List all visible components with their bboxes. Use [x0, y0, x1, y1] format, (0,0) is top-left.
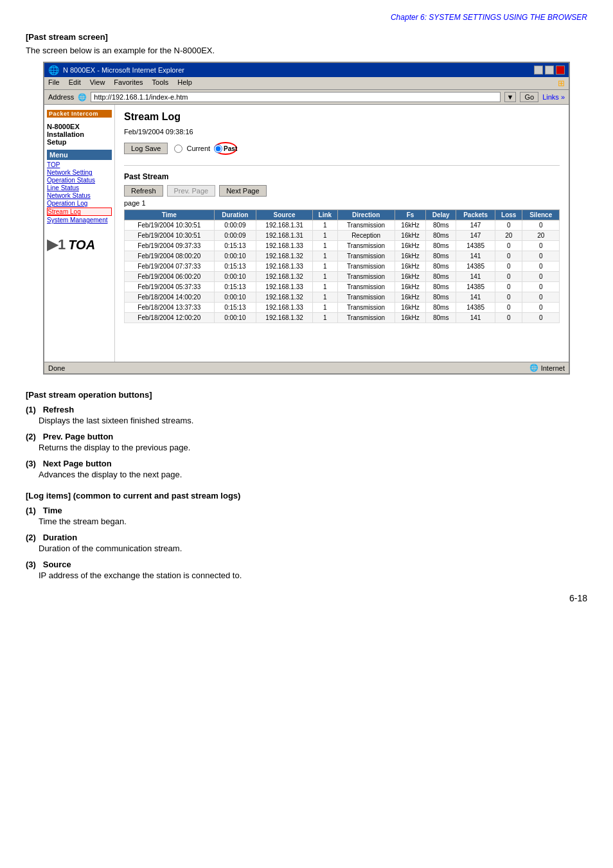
toa-icon: ▶1 — [47, 236, 66, 253]
browser-title: N 8000EX - Microsoft Internet Explorer — [63, 66, 184, 74]
log-time-title: (1) Time — [26, 506, 587, 515]
table-cell: 1 — [313, 231, 338, 241]
table-cell: 1 — [313, 282, 338, 292]
log-items-title: [Log items] (common to current and past … — [26, 491, 587, 500]
log-source-num: (3) — [26, 560, 36, 569]
op-item-prev: (2) Prev. Page button Returns the displa… — [26, 432, 587, 452]
close-btn[interactable] — [556, 66, 565, 75]
table-cell: Feb/18/2004 13:37:33 — [125, 303, 215, 313]
browser-addressbar: Address 🌐 http://192.168.1.1/index-e.htm… — [44, 90, 569, 105]
menu-favorites[interactable]: Favorites — [114, 78, 143, 88]
minimize-btn[interactable] — [534, 66, 543, 75]
operation-buttons-section: [Past stream operation buttons] (1) Refr… — [26, 390, 587, 479]
setup-label: Setup — [47, 138, 112, 146]
toa-text: TOA — [68, 238, 95, 252]
op-item-refresh: (1) Refresh Displays the last sixteen fi… — [26, 405, 587, 425]
table-cell: 14385 — [456, 282, 495, 292]
menu-help[interactable]: Help — [177, 78, 192, 88]
toa-logo: ▶1 TOA — [47, 236, 112, 253]
stream-buttons: Refresh Prev. Page Next Page — [124, 185, 560, 197]
table-cell: 147 — [456, 231, 495, 241]
links-label[interactable]: Links » — [542, 93, 565, 101]
sidebar-item-operation-log[interactable]: Operation Log — [47, 200, 112, 207]
op-next-title: (3) Next Page button — [26, 459, 587, 468]
sidebar-item-operation-status[interactable]: Operation Status — [47, 177, 112, 184]
table-cell: 0:00:10 — [214, 251, 256, 261]
windows-flag-icon: ⊞ — [558, 78, 565, 88]
table-cell: 0:00:10 — [214, 272, 256, 282]
next-page-button[interactable]: Next Page — [219, 185, 266, 197]
table-cell: 0 — [495, 241, 522, 251]
table-cell: 0:15:13 — [214, 303, 256, 313]
menu-section-label: Menu — [47, 150, 112, 160]
sidebar-logo: Packet Intercom — [47, 110, 112, 118]
table-cell: Feb/19/2004 10:30:51 — [125, 220, 215, 231]
table-header-row: Time Duration Source Link Direction Fs D… — [125, 210, 560, 220]
table-cell: Feb/19/2004 06:00:20 — [125, 272, 215, 282]
table-cell: Reception — [337, 231, 395, 241]
table-cell: 192.168.1.33 — [256, 241, 313, 251]
radio-current-label: Current — [186, 145, 210, 152]
table-cell: 0 — [495, 313, 522, 323]
table-cell: 0 — [522, 251, 560, 261]
table-cell: 16kHz — [395, 231, 426, 241]
table-row: Feb/19/2004 09:37:330:15:13192.168.1.331… — [125, 241, 560, 251]
table-row: Feb/18/2004 12:00:200:00:10192.168.1.321… — [125, 313, 560, 323]
radio-past[interactable] — [214, 145, 222, 153]
radio-current[interactable] — [174, 145, 182, 153]
table-cell: 0 — [522, 261, 560, 272]
browser-titlebar-left: 🌐 N 8000EX - Microsoft Internet Explorer — [48, 65, 184, 75]
log-save-button[interactable]: Log Save — [124, 143, 168, 154]
col-duration: Duration — [214, 210, 256, 220]
sidebar-item-system-management[interactable]: System Management — [47, 217, 112, 224]
op-prev-num: (2) — [26, 432, 36, 441]
log-source-title: (3) Source — [26, 560, 587, 569]
table-cell: 0:15:13 — [214, 241, 256, 251]
sidebar-item-network-setting[interactable]: Network Setting — [47, 169, 112, 176]
col-silence: Silence — [522, 210, 560, 220]
table-cell: 0 — [495, 251, 522, 261]
sidebar-item-network-status[interactable]: Network Status — [47, 192, 112, 199]
op-next-num: (3) — [26, 459, 36, 468]
stream-log-title: Stream Log — [124, 111, 560, 123]
main-content: Stream Log Feb/19/2004 09:38:16 Log Save… — [115, 105, 569, 362]
log-item-duration: (2) Duration Duration of the communicati… — [26, 533, 587, 553]
address-input[interactable]: http://192.168.1.1/index-e.htm — [91, 92, 500, 102]
table-cell: 0:00:10 — [214, 292, 256, 303]
address-dropdown-icon[interactable]: ▼ — [504, 92, 517, 102]
sidebar-item-stream-log[interactable]: Stream Log — [47, 208, 112, 216]
log-source-label: Source — [43, 560, 71, 569]
table-cell: Transmission — [337, 241, 395, 251]
table-cell: Transmission — [337, 292, 395, 303]
table-cell: 0 — [522, 220, 560, 231]
radio-past-label: Past — [224, 145, 237, 152]
table-cell: 0:00:09 — [214, 231, 256, 241]
table-cell: 16kHz — [395, 251, 426, 261]
menu-edit[interactable]: Edit — [69, 78, 81, 88]
prev-page-button[interactable]: Prev. Page — [167, 185, 216, 197]
table-cell: 0 — [495, 220, 522, 231]
table-cell: 14385 — [456, 241, 495, 251]
menu-view[interactable]: View — [90, 78, 105, 88]
table-cell: 80ms — [426, 220, 456, 231]
table-row: Feb/19/2004 06:00:200:00:10192.168.1.321… — [125, 272, 560, 282]
table-cell: 0 — [495, 292, 522, 303]
table-cell: 16kHz — [395, 261, 426, 272]
past-stream-section-title: [Past stream screen] — [26, 32, 587, 42]
table-cell: 80ms — [426, 261, 456, 272]
op-item-next: (3) Next Page button Advances the displa… — [26, 459, 587, 479]
table-cell: 192.168.1.32 — [256, 292, 313, 303]
table-cell: 0 — [522, 241, 560, 251]
sidebar-item-line-status[interactable]: Line Status — [47, 184, 112, 191]
table-cell: 80ms — [426, 292, 456, 303]
refresh-button[interactable]: Refresh — [124, 185, 163, 197]
menu-tools[interactable]: Tools — [152, 78, 169, 88]
maximize-btn[interactable] — [545, 66, 554, 75]
table-cell: Transmission — [337, 282, 395, 292]
sidebar-item-top[interactable]: TOP — [47, 161, 112, 168]
table-cell: 141 — [456, 292, 495, 303]
model-label: N-8000EX — [47, 123, 112, 130]
go-button[interactable]: Go — [520, 92, 538, 102]
menu-file[interactable]: File — [48, 78, 60, 88]
address-label: Address — [48, 93, 74, 101]
